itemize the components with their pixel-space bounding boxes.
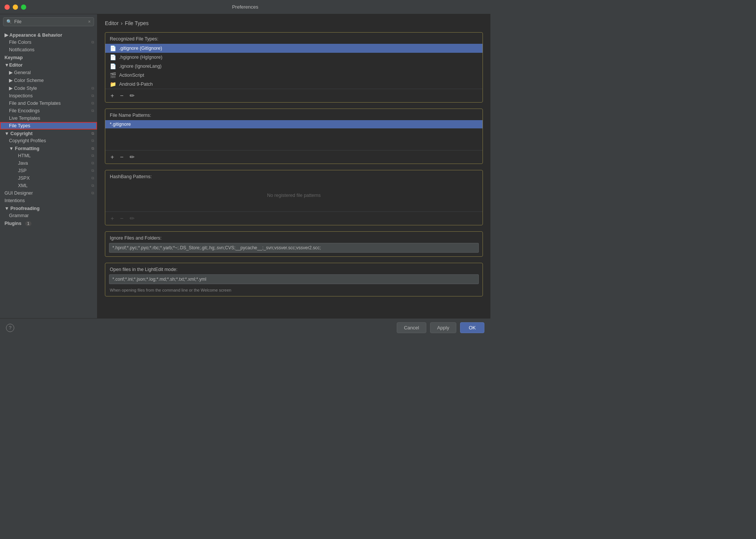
- cancel-button[interactable]: Cancel: [397, 322, 426, 333]
- sidebar-item-file-types[interactable]: File Types: [0, 122, 97, 130]
- breadcrumb-separator: ›: [121, 20, 123, 26]
- copy-icon: ⧉: [91, 176, 94, 180]
- hashbang-patterns-label: HashBang Patterns:: [105, 170, 483, 182]
- search-input[interactable]: [14, 19, 86, 24]
- sidebar-item-gui-designer[interactable]: GUI Designer ⧉: [0, 189, 97, 197]
- lightedit-label: Open files in the LightEdit mode:: [105, 263, 483, 274]
- sidebar-item-file-encodings[interactable]: File Encodings ⧉: [0, 107, 97, 115]
- filename-patterns-label: File Name Patterns:: [105, 109, 483, 120]
- sidebar-item-grammar[interactable]: Grammar: [0, 212, 97, 219]
- sidebar-item-notifications[interactable]: Notifications: [0, 46, 97, 54]
- edit-hashbang-button[interactable]: ✏: [128, 214, 136, 223]
- copy-icon: ⧉: [91, 183, 94, 188]
- sidebar-item-java[interactable]: Java ⧉: [0, 159, 97, 167]
- maximize-button[interactable]: [21, 4, 26, 10]
- help-button[interactable]: ?: [6, 324, 14, 332]
- sidebar-item-file-code-templates[interactable]: File and Code Templates ⧉: [0, 100, 97, 107]
- ignore-files-label: Ignore Files and Folders:: [105, 232, 483, 243]
- sidebar-item-general[interactable]: ▶ General: [0, 68, 97, 76]
- main-content: Editor › File Types Recognized File Type…: [97, 14, 490, 318]
- sidebar-item-keymap[interactable]: Keymap: [0, 54, 97, 61]
- breadcrumb-current: File Types: [125, 20, 149, 26]
- sidebar-item-plugins[interactable]: Plugins 1: [0, 219, 97, 227]
- file-type-item-android[interactable]: 📁 Android 9-Patch: [105, 80, 483, 89]
- bottom-buttons: Cancel Apply OK: [397, 322, 484, 333]
- sidebar-item-editor[interactable]: ▼ Editor: [0, 61, 97, 68]
- sidebar-item-appearance-behavior[interactable]: ▶ Appearance & Behavior: [0, 31, 97, 39]
- file-type-item-actionscript[interactable]: 🎬 ActionScript: [105, 71, 483, 80]
- plugins-badge: 1: [25, 221, 32, 226]
- file-type-icon: 📄: [110, 54, 116, 60]
- hashbang-patterns-panel: HashBang Patterns: No registered file pa…: [105, 170, 483, 225]
- file-type-label: ActionScript: [119, 73, 144, 78]
- file-type-label: Android 9-Patch: [119, 82, 153, 87]
- edit-pattern-button[interactable]: ✏: [128, 153, 136, 161]
- minimize-button[interactable]: [13, 4, 18, 10]
- ok-button[interactable]: OK: [460, 322, 484, 333]
- sidebar-item-copyright-profiles[interactable]: Copyright Profiles ⧉: [0, 137, 97, 144]
- add-file-type-button[interactable]: +: [109, 92, 115, 100]
- breadcrumb-parent: Editor: [105, 20, 119, 26]
- sidebar-item-jsp[interactable]: JSP ⧉: [0, 167, 97, 174]
- sidebar-item-formatting[interactable]: ▼ Formatting ⧉: [0, 144, 97, 152]
- apply-button[interactable]: Apply: [430, 322, 457, 333]
- file-type-label: .hgignore (HgIgnore): [119, 55, 162, 60]
- file-type-icon: 🎬: [110, 72, 116, 78]
- sidebar-item-html[interactable]: HTML ⧉: [0, 152, 97, 159]
- hashbang-patterns-list: No registered file patterns: [105, 182, 483, 211]
- breadcrumb: Editor › File Types: [105, 20, 483, 26]
- search-clear-button[interactable]: ×: [88, 19, 91, 24]
- add-hashbang-button[interactable]: +: [109, 214, 115, 223]
- chevron-right-icon: ▶: [4, 33, 9, 38]
- copy-icon: ⧉: [91, 86, 94, 91]
- file-type-item-ignore[interactable]: 📄 .ignore (IgnoreLang): [105, 62, 483, 71]
- remove-pattern-button[interactable]: −: [118, 153, 125, 161]
- sidebar-item-file-colors[interactable]: File Colors ⧉: [0, 39, 97, 46]
- filename-patterns-toolbar: + − ✏: [105, 150, 483, 164]
- recognized-file-types-label: Recognized File Types:: [105, 33, 483, 44]
- sidebar-item-jspx[interactable]: JSPX ⧉: [0, 174, 97, 182]
- remove-file-type-button[interactable]: −: [118, 92, 125, 100]
- file-type-item-hgignore[interactable]: 📄 .hgignore (HgIgnore): [105, 53, 483, 62]
- sidebar-item-intentions[interactable]: Intentions: [0, 197, 97, 204]
- lightedit-input[interactable]: [109, 274, 479, 284]
- copy-icon: ⧉: [91, 161, 94, 165]
- no-patterns-text: No registered file patterns: [105, 182, 483, 209]
- add-pattern-button[interactable]: +: [109, 153, 115, 161]
- copy-icon: ⧉: [91, 101, 94, 106]
- file-type-icon: 📄: [110, 45, 116, 51]
- file-type-icon: 📁: [110, 81, 116, 87]
- copy-icon: ⧉: [91, 94, 94, 98]
- filename-patterns-list: *.gitignore: [105, 120, 483, 150]
- file-type-item-gitignore[interactable]: 📄 .gitignore (GitIgnore): [105, 44, 483, 53]
- chevron-down-icon: ▼: [4, 131, 9, 136]
- copy-icon: ⧉: [91, 131, 94, 136]
- ignore-files-input[interactable]: [109, 243, 479, 253]
- copy-icon: ⧉: [91, 138, 94, 143]
- traffic-lights[interactable]: [4, 4, 26, 10]
- close-button[interactable]: [4, 4, 10, 10]
- sidebar-item-inspections[interactable]: Inspections ⧉: [0, 92, 97, 100]
- sidebar-section: ▶ Appearance & Behavior File Colors ⧉ No…: [0, 29, 97, 228]
- sidebar-item-copyright[interactable]: ▼ Copyright ⧉: [0, 130, 97, 137]
- lightedit-hint: When opening files from the command line…: [105, 288, 483, 296]
- chevron-down-icon: ▼: [4, 63, 9, 68]
- sidebar-item-color-scheme[interactable]: ▶ Color Scheme: [0, 76, 97, 84]
- sidebar-item-code-style[interactable]: ▶ Code Style ⧉: [0, 84, 97, 92]
- copy-icon: ⧉: [91, 146, 94, 151]
- copy-icon: ⧉: [91, 168, 94, 173]
- recognized-file-types-list: 📄 .gitignore (GitIgnore) 📄 .hgignore (Hg…: [105, 44, 483, 89]
- filename-patterns-panel: File Name Patterns: *.gitignore + − ✏: [105, 109, 483, 164]
- chevron-down-icon: ▼: [4, 206, 9, 211]
- search-box[interactable]: 🔍 ×: [3, 17, 94, 26]
- sidebar-item-proofreading[interactable]: ▼ Proofreading: [0, 204, 97, 212]
- edit-file-type-button[interactable]: ✏: [128, 91, 136, 100]
- file-type-label: .gitignore (GitIgnore): [119, 46, 162, 51]
- sidebar-item-live-templates[interactable]: Live Templates: [0, 115, 97, 122]
- remove-hashbang-button[interactable]: −: [118, 214, 125, 223]
- sidebar-item-xml[interactable]: XML ⧉: [0, 182, 97, 189]
- ignore-files-panel: Ignore Files and Folders:: [105, 231, 483, 257]
- pattern-item-gitignore[interactable]: *.gitignore: [105, 120, 483, 128]
- chevron-right-icon: ▶: [9, 77, 13, 83]
- file-type-icon: 📄: [110, 63, 116, 69]
